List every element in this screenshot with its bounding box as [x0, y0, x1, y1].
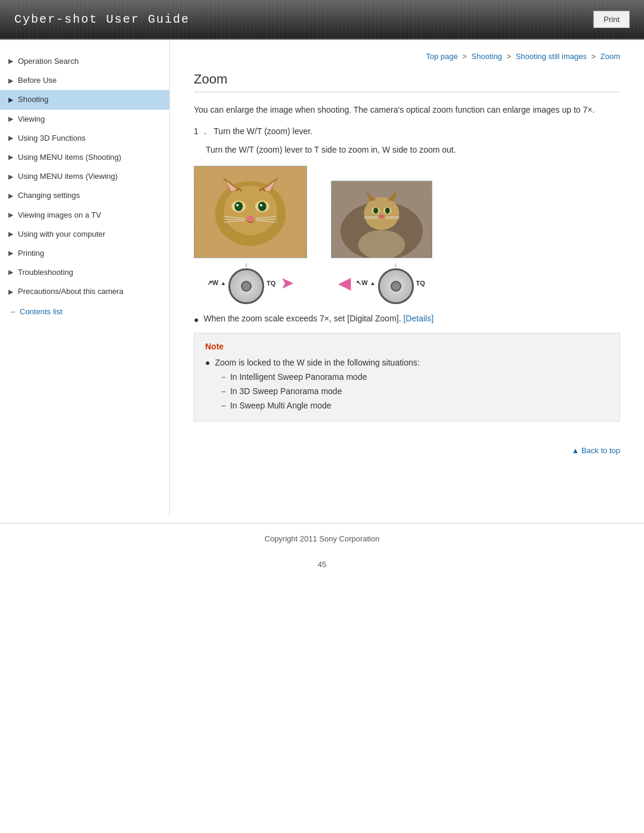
app-title: Cyber-shot User Guide — [14, 13, 190, 26]
zoom-out-block: ◀ ↖W ▲ ↕ TQ — [331, 181, 432, 304]
sidebar-label-using-menu-shooting: Using MENU items (Shooting) — [18, 152, 121, 163]
sidebar-item-before-use[interactable]: ▶Before Use — [0, 71, 169, 90]
sidebar-label-before-use: Before Use — [18, 75, 57, 86]
svg-point-29 — [379, 215, 384, 218]
sidebar-item-shooting[interactable]: ▶Shooting — [0, 90, 169, 109]
svg-point-11 — [236, 204, 239, 206]
sidebar-item-using-menu-shooting[interactable]: ▶Using MENU items (Shooting) — [0, 148, 169, 167]
sidebar-label-operation-search: Operation Search — [18, 56, 79, 67]
sidebar-label-troubleshooting: Troubleshooting — [18, 267, 73, 278]
note-sub-item-3: － In Sweep Multi Angle mode — [205, 399, 609, 413]
sidebar-item-viewing-tv[interactable]: ▶Viewing images on a TV — [0, 206, 169, 225]
digital-zoom-note: ● When the zoom scale exceeds 7×, set [D… — [194, 314, 620, 324]
contents-arrow-icon: → — [8, 307, 16, 316]
print-button[interactable]: Print — [593, 11, 630, 28]
contents-list-label: Contents list — [20, 307, 63, 316]
sidebar-arrow-icon-viewing-tv: ▶ — [8, 210, 13, 219]
sidebar-arrow-icon-changing-settings: ▶ — [8, 191, 13, 200]
copyright-text: Copyright 2011 Sony Corporation — [265, 534, 380, 543]
sidebar-label-using-computer: Using with your computer — [18, 229, 106, 240]
breadcrumb-sep-3: > — [592, 52, 598, 61]
sidebar-label-viewing: Viewing — [18, 114, 45, 125]
step-1: 1 ． Turn the W/T (zoom) lever. — [194, 125, 620, 138]
sidebar-arrow-icon-shooting: ▶ — [8, 95, 13, 104]
sidebar-arrow-icon-viewing: ▶ — [8, 114, 13, 123]
step-1-text: Turn the W/T (zoom) lever. — [213, 126, 312, 136]
sidebar-label-precautions: Precautions/About this camera — [18, 286, 123, 297]
sidebar-arrow-icon-using-3d: ▶ — [8, 134, 13, 143]
sidebar-label-changing-settings: Changing settings — [18, 190, 80, 201]
footer: Copyright 2011 Sony Corporation — [0, 523, 644, 554]
zoom-dial-w-side: ◀ ↖W ▲ ↕ TQ — [338, 262, 425, 304]
breadcrumb-shooting-still-images[interactable]: Shooting still images — [516, 52, 587, 61]
back-to-top-link[interactable]: ▲ Back to top — [571, 446, 620, 455]
details-link[interactable]: [Details] — [403, 314, 434, 323]
note-sub-item-2: － In 3D Sweep Panorama mode — [205, 385, 609, 399]
sidebar-arrow-icon-printing: ▶ — [8, 249, 13, 258]
svg-point-22 — [364, 197, 399, 230]
breadcrumb-zoom[interactable]: Zoom — [600, 52, 620, 61]
cat-image-zoomed-in — [194, 166, 307, 258]
header: Cyber-shot User Guide Print — [0, 0, 644, 40]
sidebar-item-using-3d[interactable]: ▶Using 3D Functions — [0, 129, 169, 148]
sidebar-item-printing[interactable]: ▶Printing — [0, 244, 169, 263]
sidebar-label-using-menu-viewing: Using MENU items (Viewing) — [18, 171, 117, 182]
sidebar-arrow-icon-before-use: ▶ — [8, 76, 13, 85]
sidebar-item-operation-search[interactable]: ▶Operation Search — [0, 52, 169, 71]
sidebar-arrow-icon-operation-search: ▶ — [8, 57, 13, 66]
zoom-images-section: ↗W ▲ ↕ TQ ➤ — [194, 166, 620, 304]
page-layout: ▶Operation Search▶Before Use▶Shooting▶Vi… — [0, 40, 644, 517]
sidebar-label-viewing-tv: Viewing images on a TV — [18, 210, 101, 221]
breadcrumb-sep-1: > — [462, 52, 469, 61]
sidebar-arrow-icon-using-computer: ▶ — [8, 230, 13, 239]
sidebar-item-using-menu-viewing[interactable]: ▶Using MENU items (Viewing) — [0, 167, 169, 186]
svg-point-27 — [373, 208, 378, 213]
digital-zoom-text: When the zoom scale exceeds 7×, set [Dig… — [203, 314, 434, 323]
note-item-main: ● Zoom is locked to the W side in the fo… — [205, 356, 609, 370]
note-title: Note — [205, 342, 609, 351]
cat-image-zoomed-out — [331, 181, 432, 258]
main-content: Top page > Shooting > Shooting still ima… — [170, 40, 644, 517]
sidebar-arrow-icon-using-menu-viewing: ▶ — [8, 172, 13, 181]
sidebar-label-printing: Printing — [18, 248, 44, 259]
step-1-number: 1 ． — [194, 126, 209, 136]
step-1-sub: Turn the W/T (zoom) lever to T side to z… — [194, 143, 620, 156]
contents-list-link[interactable]: → Contents list — [0, 301, 169, 318]
sidebar-item-troubleshooting[interactable]: ▶Troubleshooting — [0, 263, 169, 282]
sidebar-item-using-computer[interactable]: ▶Using with your computer — [0, 225, 169, 244]
page-title: Zoom — [194, 72, 620, 92]
breadcrumb: Top page > Shooting > Shooting still ima… — [194, 52, 620, 61]
back-to-top-row: ▲ Back to top — [194, 439, 620, 455]
svg-point-13 — [247, 216, 254, 221]
breadcrumb-sep-2: > — [506, 52, 513, 61]
note-bullet-dot: ● — [205, 356, 210, 370]
svg-point-28 — [385, 208, 390, 213]
sidebar-arrow-icon-troubleshooting: ▶ — [8, 268, 13, 277]
page-number: 45 — [0, 554, 644, 569]
sidebar-item-precautions[interactable]: ▶Precautions/About this camera — [0, 282, 169, 301]
sidebar-item-changing-settings[interactable]: ▶Changing settings — [0, 186, 169, 205]
zoom-dial-t-side: ↗W ▲ ↕ TQ ➤ — [207, 262, 295, 304]
note-sub-item-1: － In Intelligent Sweep Panorama mode — [205, 370, 609, 385]
bullet-dot-icon: ● — [194, 315, 199, 324]
sidebar-label-shooting: Shooting — [18, 94, 48, 105]
svg-point-2 — [224, 186, 277, 236]
sidebar-arrow-icon-using-menu-shooting: ▶ — [8, 153, 13, 162]
breadcrumb-shooting[interactable]: Shooting — [472, 52, 502, 61]
body-paragraph: You can enlarge the image when shooting.… — [194, 103, 620, 116]
svg-point-12 — [260, 204, 262, 206]
svg-point-9 — [234, 202, 243, 211]
sidebar: ▶Operation Search▶Before Use▶Shooting▶Vi… — [0, 40, 170, 517]
note-box: Note ● Zoom is locked to the W side in t… — [194, 333, 620, 422]
svg-point-10 — [258, 202, 267, 211]
breadcrumb-top-page[interactable]: Top page — [426, 52, 458, 61]
zoom-in-block: ↗W ▲ ↕ TQ ➤ — [194, 166, 307, 304]
note-bullet-text: Zoom is locked to the W side in the foll… — [215, 356, 419, 370]
sidebar-label-using-3d: Using 3D Functions — [18, 133, 85, 144]
sidebar-arrow-icon-precautions: ▶ — [8, 287, 13, 296]
sidebar-item-viewing[interactable]: ▶Viewing — [0, 110, 169, 129]
